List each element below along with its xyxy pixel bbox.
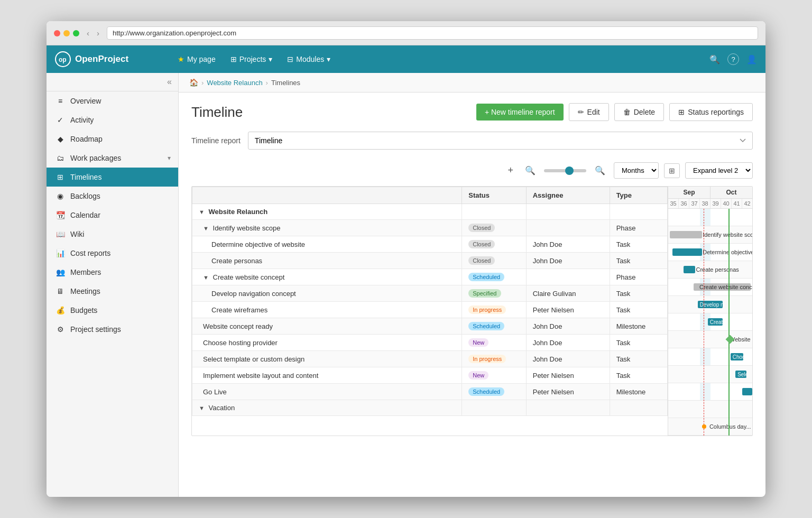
sidebar-item-timelines[interactable]: ⊞ Timelines — [47, 168, 178, 187]
breadcrumb-project[interactable]: Website Relaunch — [207, 79, 262, 87]
timeline-report-select[interactable]: Timeline — [248, 132, 753, 150]
table-row: Select template or custom design In prog… — [192, 351, 668, 367]
collapse-arrow[interactable]: ▼ — [199, 405, 205, 411]
table-row: Implement website layout and content New… — [192, 367, 668, 384]
expand-level-select[interactable]: Expand level 2 — [685, 162, 753, 179]
week-39: 39 — [710, 199, 721, 208]
gantt-bar-template: Selec... — [735, 371, 746, 378]
sidebar-item-wiki[interactable]: 📖 Wiki — [47, 225, 178, 244]
task-assignee-cell — [526, 269, 610, 285]
table-row: Website concept ready Scheduled John Doe… — [192, 318, 668, 335]
page-actions: + New timeline report ✏ Edit 🗑 Delete ⊞ — [476, 103, 753, 121]
sidebar-item-work-packages[interactable]: 🗂 Work packages ▾ — [47, 149, 178, 168]
url-bar[interactable] — [107, 26, 758, 40]
export-icon-button[interactable]: ⊞ — [664, 163, 680, 178]
home-icon[interactable]: 🏠 — [189, 78, 198, 87]
status-icon: ⊞ — [678, 108, 685, 116]
dot-green[interactable] — [73, 30, 79, 36]
gantt-bar-label: Columbus day... — [709, 423, 751, 430]
collapse-arrow[interactable]: ▼ — [203, 225, 209, 232]
gantt-bar-label: Identify website scope — [703, 232, 752, 238]
status-badge: New — [468, 338, 488, 347]
col-type: Type — [610, 187, 667, 204]
task-assignee-cell: John Doe — [526, 335, 610, 351]
gantt-row: Create personas — [668, 261, 752, 279]
zoom-slider[interactable] — [544, 169, 586, 172]
back-button[interactable]: ‹ — [85, 27, 91, 39]
sidebar-item-project-settings[interactable]: ⚙ Project settings — [47, 320, 178, 339]
timeline-toolbar: + 🔍 🔍 Months ⊞ Expand — [191, 159, 753, 182]
timeline-report-row: Timeline report Timeline — [191, 132, 753, 150]
page-title: Timeline — [191, 104, 243, 121]
task-assignee-cell: Peter Nielsen — [526, 367, 610, 384]
work-packages-icon: 🗂 — [56, 154, 65, 162]
gantt-bar-label: Create website conce... — [699, 284, 752, 290]
sidebar-item-overview[interactable]: ≡ Overview — [47, 91, 178, 110]
sidebar-item-backlogs[interactable]: ◉ Backlogs — [47, 187, 178, 206]
delete-button[interactable]: 🗑 Delete — [614, 103, 664, 121]
app: op OpenProject ★ My page ⊞ Projects ▾ ⊟ … — [47, 45, 765, 497]
task-assignee-cell — [526, 400, 610, 416]
task-label: Identify website scope — [213, 224, 281, 232]
task-type-cell: Task — [610, 302, 667, 318]
gantt-row — [668, 209, 752, 226]
sidebar-item-cost-reports[interactable]: 📊 Cost reports — [47, 244, 178, 263]
task-status-cell: In progress — [462, 351, 526, 367]
gantt-week-header: 35 36 37 38 39 40 41 42 — [668, 199, 752, 209]
user-icon[interactable]: 👤 — [746, 54, 757, 64]
timeline-grid: Status Assignee Type — [192, 187, 752, 436]
nav-mypage[interactable]: ★ My page — [171, 51, 222, 68]
dot-yellow[interactable] — [63, 30, 70, 36]
gantt-month-header: Sep Oct — [668, 187, 752, 199]
browser-window: ‹ › op OpenProject ★ My page ⊞ — [47, 21, 765, 497]
logo-area: op OpenProject — [55, 51, 171, 67]
zoom-add-button[interactable]: + — [504, 163, 516, 178]
zoom-in-button[interactable]: 🔍 — [592, 163, 608, 178]
task-assignee-cell: John Doe — [526, 253, 610, 269]
browser-chrome: ‹ › — [47, 21, 765, 45]
timelines-icon: ⊞ — [56, 173, 65, 181]
task-type-cell — [610, 400, 667, 416]
search-icon[interactable]: 🔍 — [709, 54, 720, 64]
task-assignee-cell — [526, 204, 610, 220]
dot-red[interactable] — [54, 30, 60, 36]
status-badge: Closed — [468, 224, 495, 232]
months-select[interactable]: Months — [614, 162, 659, 179]
status-badge: In progress — [468, 306, 506, 314]
status-reportings-button[interactable]: ⊞ Status reportings — [669, 103, 753, 121]
task-label: Determine objective of website — [211, 240, 305, 248]
gantt-bar-label: Create personas — [696, 266, 739, 273]
gantt-bar-label: Determine objective of website — [703, 249, 752, 255]
table-row: ▼ Identify website scope Closed Phase — [192, 220, 668, 236]
sidebar-item-members[interactable]: 👥 Members — [47, 263, 178, 282]
task-assignee-cell: Peter Nielsen — [526, 302, 610, 318]
task-label: Create website concept — [213, 273, 285, 281]
sidebar-collapse-button[interactable]: « — [167, 77, 172, 87]
sidebar-item-activity[interactable]: ✓ Activity — [47, 110, 178, 130]
help-icon[interactable]: ? — [727, 53, 739, 65]
task-status-cell: Closed — [462, 253, 526, 269]
status-badge: Closed — [468, 256, 495, 265]
nav-projects[interactable]: ⊞ Projects ▾ — [224, 51, 279, 68]
collapse-arrow[interactable]: ▼ — [203, 274, 209, 281]
task-label: Develop navigation concept — [211, 290, 296, 298]
task-name-cell: Implement website layout and content — [192, 367, 462, 384]
table-row: ▼ Create website concept Scheduled Phase — [192, 269, 668, 285]
table-row: ▼ Vacation — [192, 400, 668, 416]
task-assignee-cell: John Doe — [526, 236, 610, 253]
status-badge: Scheduled — [468, 387, 504, 396]
new-timeline-button[interactable]: + New timeline report — [476, 104, 564, 121]
zoom-out-button[interactable]: 🔍 — [522, 163, 539, 178]
collapse-arrow[interactable]: ▼ — [199, 209, 205, 215]
gantt-row: Columbus day... — [668, 418, 752, 436]
sidebar-item-budgets[interactable]: 💰 Budgets — [47, 301, 178, 320]
sidebar-item-roadmap[interactable]: ◆ Roadmap — [47, 130, 178, 149]
logo-icon: op — [55, 51, 71, 67]
edit-button[interactable]: ✏ Edit — [569, 103, 609, 121]
table-row: Go Live Scheduled Peter Nielsen Mileston… — [192, 384, 668, 400]
sidebar-item-calendar[interactable]: 📆 Calendar — [47, 206, 178, 225]
sidebar-item-meetings[interactable]: 🖥 Meetings — [47, 282, 178, 301]
main-layout: « ≡ Overview ✓ Activity ◆ Roadmap 🗂 — [47, 73, 765, 497]
forward-button[interactable]: › — [95, 27, 102, 39]
nav-modules[interactable]: ⊟ Modules ▾ — [281, 51, 337, 68]
